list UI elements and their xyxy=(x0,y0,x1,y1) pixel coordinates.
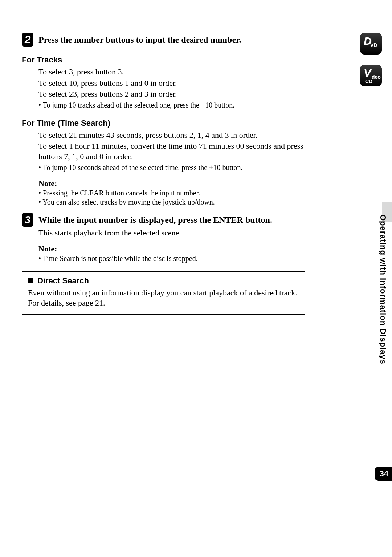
step-3-badge: 3 xyxy=(22,213,33,227)
tracks-line-1: To select 3, press button 3. xyxy=(38,67,312,77)
main-content: 2 Press the number buttons to input the … xyxy=(22,33,312,315)
time-line-2: To select 1 hour 11 minutes, convert the… xyxy=(38,141,312,162)
note-1-label: Note: xyxy=(38,179,312,188)
step-3-title: While the input number is displayed, pre… xyxy=(38,213,272,227)
step-2-badge: 2 xyxy=(22,33,33,47)
tracks-line-2: To select 10, press buttons 1 and 0 in o… xyxy=(38,78,312,89)
step-3-row: 3 While the input number is displayed, p… xyxy=(22,213,312,227)
time-line-1: To select 21 minutes 43 seconds, press b… xyxy=(38,130,312,141)
direct-search-heading-row: Direct Search xyxy=(28,276,299,286)
note-2-label: Note: xyxy=(38,244,312,254)
tracks-line-3: To select 23, press buttons 2 and 3 in o… xyxy=(38,89,312,100)
step-2-row: 2 Press the number buttons to input the … xyxy=(22,33,312,47)
step-2-title: Press the number buttons to input the de… xyxy=(38,33,241,47)
direct-search-box: Direct Search Even without using an info… xyxy=(22,271,305,315)
vcd-badge-main: V xyxy=(364,67,371,79)
time-line-3: • To jump 10 seconds ahead of the select… xyxy=(38,163,312,172)
direct-search-heading: Direct Search xyxy=(37,276,89,286)
section-title-vertical: Operating with Information Displays xyxy=(378,214,388,364)
step-3-desc: This starts playback from the selected s… xyxy=(38,228,312,238)
for-tracks-heading: For Tracks xyxy=(22,55,312,65)
for-tracks-body: To select 3, press button 3. To select 1… xyxy=(38,67,312,110)
note-1-item-1: • Pressing the CLEAR button cancels the … xyxy=(38,189,312,197)
for-time-body: To select 21 minutes 43 seconds, press b… xyxy=(38,130,312,172)
dvd-badge-icon: D VD xyxy=(360,33,382,55)
tracks-line-4: • To jump 10 tracks ahead of the selecte… xyxy=(38,100,312,110)
note-2-item-1: • Time Search is not possible while the … xyxy=(38,254,312,263)
note-1-item-2: • You can also select tracks by moving t… xyxy=(38,198,312,206)
direct-search-body: Even without using an information displa… xyxy=(28,288,299,308)
for-time-heading: For Time (Time Search) xyxy=(22,118,312,128)
video-cd-badge-icon: V ideo CD xyxy=(360,65,382,86)
square-bullet-icon xyxy=(28,278,33,283)
dvd-badge-sub: VD xyxy=(370,42,377,48)
page-number-badge: 34 xyxy=(375,467,392,481)
vcd-badge-sub2: CD xyxy=(365,78,372,84)
